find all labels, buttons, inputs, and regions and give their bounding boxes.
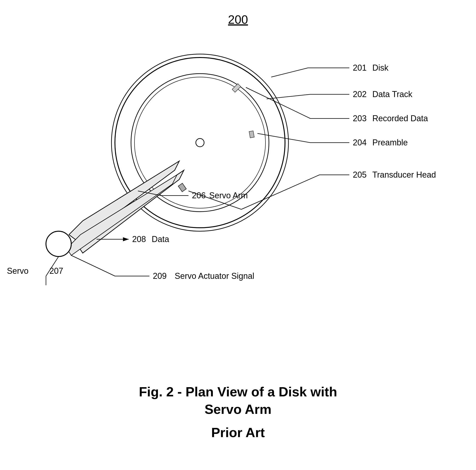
label-preamble: Preamble — [372, 138, 408, 147]
label-207-number: 207 — [50, 266, 63, 276]
diagram-svg: 201 Disk 202 Data Track 203 Recorded Dat… — [0, 23, 476, 368]
label-data-track: Data Track — [372, 90, 413, 99]
label-transducer-head: Transducer Head — [372, 170, 436, 180]
label-recorded-data: Recorded Data — [372, 114, 428, 123]
label-servo-actuator: Servo Actuator Signal — [175, 271, 254, 281]
caption-title: Fig. 2 - Plan View of a Disk with Servo … — [135, 383, 341, 418]
label-209-number: 209 — [153, 271, 167, 281]
label-208-number: 208 — [132, 235, 146, 244]
svg-line-16 — [246, 88, 310, 118]
svg-line-12 — [271, 68, 308, 77]
svg-line-29 — [71, 255, 115, 276]
svg-line-14 — [267, 94, 310, 99]
label-206-number: 206 — [192, 191, 206, 200]
svg-point-3 — [135, 77, 265, 208]
label-servo-arm: Servo Arm — [209, 191, 248, 200]
svg-marker-5 — [69, 161, 179, 242]
label-204-number: 204 — [353, 138, 367, 147]
label-203-number: 203 — [353, 114, 367, 123]
label-205-number: 205 — [353, 170, 367, 180]
label-202-number: 202 — [353, 90, 367, 99]
svg-point-8 — [46, 231, 71, 256]
caption-subtitle: Prior Art — [135, 425, 341, 440]
svg-rect-11 — [249, 131, 255, 138]
svg-rect-10 — [232, 84, 241, 92]
page-container: 200 201 — [0, 0, 476, 470]
label-201-number: 201 — [353, 63, 367, 72]
label-disk: Disk — [372, 63, 389, 72]
svg-point-4 — [196, 139, 204, 147]
svg-rect-9 — [178, 183, 186, 192]
label-data: Data — [152, 235, 170, 244]
label-servo: Servo — [7, 266, 29, 276]
figure-caption: Fig. 2 - Plan View of a Disk with Servo … — [135, 383, 341, 440]
